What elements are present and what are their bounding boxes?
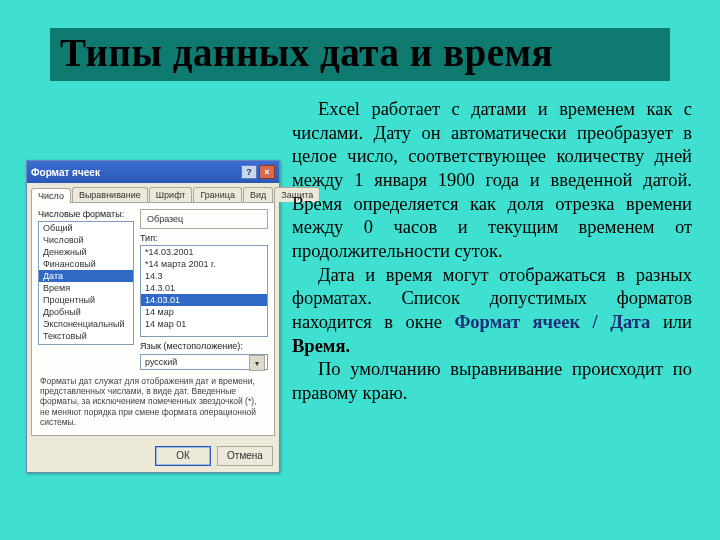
list-item-selected[interactable]: 14.03.01 [141, 294, 267, 306]
tab-view[interactable]: Вид [243, 187, 273, 202]
slide-title-block: Типы данных дата и время [50, 28, 670, 81]
list-item[interactable]: 14 мар 01 [141, 318, 267, 330]
locale-value: русский [145, 357, 177, 367]
cancel-button[interactable]: Отмена [217, 446, 273, 466]
list-item[interactable]: *14.03.2001 [141, 246, 267, 258]
ok-button[interactable]: ОК [155, 446, 211, 466]
categories-label: Числовые форматы: [38, 209, 134, 219]
tab-font[interactable]: Шрифт [149, 187, 193, 202]
list-item[interactable]: Экспоненциальный [39, 318, 133, 330]
list-item[interactable]: Общий [39, 222, 133, 234]
list-item[interactable]: Процентный [39, 294, 133, 306]
list-item[interactable]: Текстовый [39, 330, 133, 342]
bold-format-cells: Формат ячеек / Дата [454, 312, 650, 332]
bold-time: Время. [292, 336, 350, 356]
list-item[interactable]: *14 марта 2001 г. [141, 258, 267, 270]
dialog-hint: Форматы дат служат для отображения дат и… [38, 370, 268, 429]
list-item[interactable]: Финансовый [39, 258, 133, 270]
paragraph-2: Дата и время могут отображаться в разных… [292, 264, 692, 359]
list-item[interactable]: Числовой [39, 234, 133, 246]
close-button[interactable]: × [259, 165, 275, 179]
list-item-selected[interactable]: Дата [39, 270, 133, 282]
list-item[interactable]: Дополнительный [39, 342, 133, 345]
dialog-title: Формат ячеек [31, 167, 100, 178]
types-list[interactable]: *14.03.2001 *14 марта 2001 г. 14.3 14.3.… [140, 245, 268, 337]
list-item[interactable]: Время [39, 282, 133, 294]
sample-label: Образец [147, 214, 183, 224]
slide-body: Excel работает с датами и временем как с… [292, 98, 692, 406]
dialog-buttons: ОК Отмена [27, 440, 279, 472]
dialog-titlebar: Формат ячеек ? × [27, 161, 279, 183]
format-cells-dialog: Формат ячеек ? × Число Выравнивание Шриф… [26, 160, 280, 473]
dialog-panel: Числовые форматы: Общий Числовой Денежны… [31, 202, 275, 436]
list-item[interactable]: Дробный [39, 306, 133, 318]
list-item[interactable]: 14.3 [141, 270, 267, 282]
locale-label: Язык (местоположение): [140, 341, 268, 351]
tab-number[interactable]: Число [31, 188, 71, 203]
type-label: Тип: [140, 233, 268, 243]
sample-box: Образец [140, 209, 268, 229]
tab-alignment[interactable]: Выравнивание [72, 187, 148, 202]
locale-combo[interactable]: русский [140, 354, 268, 370]
paragraph-3: По умолчанию выравнивание происходит по … [292, 358, 692, 405]
categories-list[interactable]: Общий Числовой Денежный Финансовый Дата … [38, 221, 134, 345]
help-button[interactable]: ? [241, 165, 257, 179]
tab-border[interactable]: Граница [193, 187, 242, 202]
list-item[interactable]: Денежный [39, 246, 133, 258]
list-item[interactable]: 14 мар [141, 306, 267, 318]
dialog-tabs: Число Выравнивание Шрифт Граница Вид Защ… [27, 183, 279, 202]
slide-title: Типы данных дата и время [60, 30, 660, 75]
paragraph-1: Excel работает с датами и временем как с… [292, 98, 692, 264]
list-item[interactable]: 14.3.01 [141, 282, 267, 294]
